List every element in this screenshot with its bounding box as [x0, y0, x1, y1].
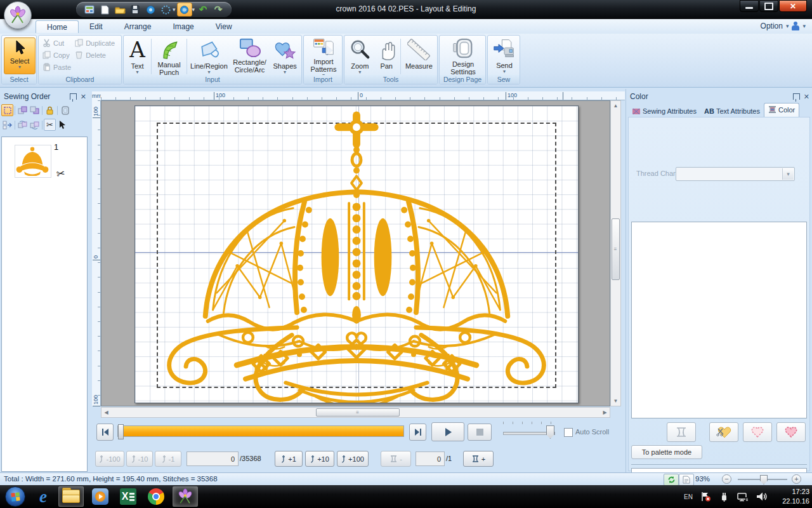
thread-chart-dropdown[interactable]: ▾ [676, 167, 795, 181]
panel-close-icon[interactable]: ✕ [81, 93, 86, 101]
tab-view[interactable]: View [205, 20, 243, 33]
stitch-minus-100-button[interactable]: -100 [95, 451, 124, 467]
trim-heart-button[interactable] [709, 422, 738, 442]
taskbar-excel[interactable]: X [115, 486, 141, 507]
design-canvas[interactable] [101, 100, 610, 406]
scroll-down-icon[interactable]: ▼ [611, 396, 620, 406]
ungroup-icon[interactable] [29, 119, 41, 131]
start-button[interactable] [3, 486, 28, 507]
send-button[interactable]: Send ▾ [488, 36, 521, 76]
play-button[interactable] [431, 422, 464, 441]
color-minus-button[interactable]: - [381, 451, 411, 467]
option-caret-icon[interactable]: ▾ [786, 23, 789, 29]
close-button[interactable]: ✕ [779, 0, 807, 12]
stitch-minus-10-button[interactable]: -10 [126, 451, 153, 467]
scroll-left-icon[interactable]: ◀ [102, 408, 111, 417]
tab-text-attributes[interactable]: AB Text Attributes [700, 105, 764, 117]
design-page[interactable] [134, 105, 579, 403]
power-plug-icon[interactable] [719, 491, 729, 502]
skip-to-end-button[interactable] [409, 424, 426, 441]
save-icon[interactable] [128, 3, 142, 16]
stitch-plus-100-button[interactable]: +100 [337, 451, 369, 467]
stitch-view-caret-icon[interactable]: ▾ [173, 6, 176, 13]
vertical-scrollbar[interactable]: ▲ ▼ ≡ [610, 100, 621, 406]
horizontal-scrollbar[interactable]: ◀ ▶ ≡ [101, 407, 610, 418]
new-document-icon[interactable] [98, 3, 112, 16]
stitch-minus-1-button[interactable]: -1 [155, 451, 181, 467]
taskbar-internet-explorer[interactable]: e [30, 486, 56, 507]
zoom-out-button[interactable]: − [722, 474, 731, 484]
taskbar-file-explorer[interactable] [58, 486, 84, 507]
sewing-order-item-thumbnail[interactable] [15, 145, 51, 178]
vertical-scroll-thumb[interactable]: ≡ [612, 218, 620, 280]
layout-settings-icon[interactable] [82, 3, 96, 16]
color-pin-icon[interactable] [793, 93, 800, 100]
paste-button[interactable]: Paste [39, 61, 71, 73]
thread-color-list[interactable] [631, 222, 807, 418]
delete-button[interactable]: Delete [71, 49, 115, 61]
duplicate-button[interactable]: Duplicate [71, 37, 115, 49]
network-icon[interactable] [737, 491, 749, 502]
user-icon[interactable] [792, 22, 799, 30]
text-tool-button[interactable]: A Text ▾ [125, 36, 150, 77]
pan-button[interactable]: Pan [374, 36, 399, 77]
taskbar-chrome[interactable] [143, 486, 169, 507]
move-forward-icon[interactable] [16, 104, 29, 116]
shapes-button[interactable]: Shapes ▾ [270, 36, 300, 77]
measure-button[interactable]: Measure [402, 36, 436, 77]
color-plus-button[interactable]: + [463, 451, 494, 467]
minimize-button[interactable] [740, 0, 759, 12]
design-page-icon[interactable] [143, 3, 157, 16]
to-palette-mode-button[interactable]: To palette mode [631, 445, 702, 459]
open-folder-icon[interactable] [113, 3, 127, 16]
tab-image[interactable]: Image [162, 20, 204, 33]
insert-order-icon[interactable] [1, 119, 13, 131]
stitch-view-icon[interactable] [159, 3, 173, 16]
auto-scroll-checkbox[interactable] [564, 428, 573, 437]
volume-icon[interactable] [756, 491, 768, 502]
heart-button[interactable] [776, 422, 806, 442]
tab-color[interactable]: Color [764, 103, 799, 117]
copy-button[interactable]: Copy [39, 49, 71, 61]
scroll-right-icon[interactable]: ▶ [600, 408, 610, 417]
zoom-button[interactable]: Zoom ▾ [346, 36, 374, 77]
color-close-icon[interactable]: ✕ [804, 93, 809, 101]
option-menu[interactable]: Option [761, 22, 783, 30]
horizontal-scroll-thumb[interactable]: ≡ [316, 408, 400, 417]
zoom-slider-thumb[interactable] [760, 475, 768, 485]
redo-icon[interactable]: ↷ [211, 3, 225, 16]
skip-to-start-button[interactable] [96, 424, 114, 441]
rectangle-circle-arc-button[interactable]: Rectangle/ Circle/Arc ▾ [230, 36, 270, 77]
current-stitch-field[interactable]: 0 [187, 451, 239, 466]
tab-sewing-attributes[interactable]: Sewing Attributes [629, 105, 700, 117]
frame-icon[interactable] [59, 104, 71, 116]
taskbar-media-player[interactable] [88, 486, 113, 507]
stitch-plus-10-button[interactable]: +10 [305, 451, 334, 467]
design-settings-button[interactable]: Design Settings [440, 36, 487, 76]
move-backward-icon[interactable] [29, 104, 41, 116]
user-caret-icon[interactable]: ▾ [802, 23, 806, 29]
speed-slider-thumb[interactable] [546, 425, 554, 439]
application-menu-button[interactable] [4, 1, 32, 29]
undo-icon[interactable]: ↶ [196, 3, 210, 16]
realistic-view-caret-icon[interactable]: ▾ [192, 6, 195, 13]
refresh-window-button[interactable] [664, 474, 679, 486]
group-icon[interactable] [16, 119, 29, 131]
select-frame-icon[interactable] [1, 104, 13, 116]
taskbar-pe-design[interactable] [173, 486, 198, 507]
action-center-flag-icon[interactable] [700, 491, 711, 502]
pin-icon[interactable] [70, 93, 77, 100]
manual-punch-button[interactable]: Manual Punch [153, 36, 185, 77]
line-region-button[interactable]: Line/Region ▾ [188, 36, 230, 77]
tab-arrange[interactable]: Arrange [114, 20, 162, 33]
stitch-plus-1-button[interactable]: +1 [275, 451, 303, 467]
stitch-progress-handle[interactable] [118, 424, 124, 439]
qat-overflow-icon[interactable]: ⌄ [183, 5, 188, 12]
maximize-button[interactable] [759, 0, 778, 12]
applique-heart-button[interactable] [743, 422, 772, 442]
stitch-progress-bar[interactable] [117, 425, 404, 437]
language-indicator[interactable]: EN [684, 493, 693, 500]
stop-button[interactable] [468, 424, 492, 441]
lock-icon[interactable] [44, 104, 56, 116]
taskbar-clock[interactable]: 17:23 22.10.16 [770, 487, 809, 506]
